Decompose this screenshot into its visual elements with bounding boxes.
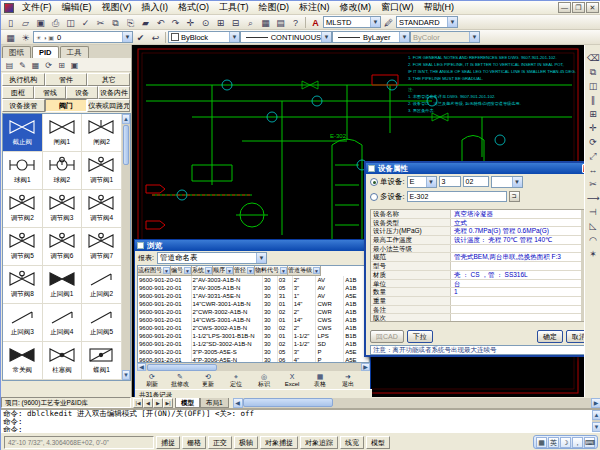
save-icon[interactable]: ▣ [34,16,48,29]
category-button[interactable]: 其它 [87,73,130,86]
palette-item[interactable]: 常关阀 [3,342,43,380]
dialog-titlebar[interactable]: 设备属性 ✕ [366,163,594,174]
system-field[interactable]: 3 [439,176,461,187]
preview-icon[interactable]: ◫ [64,16,78,29]
sheet-tab[interactable]: 布局1 [200,398,229,408]
column-header[interactable]: 管道等级▼ [288,266,321,276]
find-icon[interactable]: ⌕ [244,16,258,29]
ok-button[interactable]: 确定 [537,330,563,343]
browse-hscrollbar[interactable]: ◀ ▶ [137,363,370,371]
table-row[interactable]: 9600-901-20-01 1"AV-3031-A5E-N 30 31 1" … [138,292,369,300]
category-button[interactable]: 设备内件 [98,86,130,99]
minimize-button[interactable]: — [558,2,571,13]
property-row[interactable]: 版次 [371,314,581,322]
scroll-down-icon[interactable]: ▼ [592,422,600,432]
status-toggle-button[interactable]: 正交 [208,436,232,449]
scrollbar-thumb[interactable] [123,125,129,165]
chevron-down-icon[interactable]: ▼ [226,267,233,274]
tab-nav-button[interactable]: ◀ [143,398,153,408]
cut-icon[interactable]: ✂ [94,16,108,29]
chevron-down-icon[interactable]: ▼ [205,267,212,274]
menu-item[interactable]: 编辑(E) [57,1,97,14]
browse-titlebar[interactable]: 浏览 [135,240,370,251]
table-button[interactable]: ▦ 表格 [307,373,333,388]
chevron-down-icon[interactable]: ▼ [256,253,266,263]
zoom-previous-icon[interactable]: ⊟ [229,16,243,29]
scroll-right-icon[interactable]: ▶ [591,398,600,408]
device-type-combo[interactable]: E▼ [407,176,437,188]
scroll-up-icon[interactable]: ▲ [592,410,600,420]
category-button[interactable]: 执行机构 [2,73,45,86]
scrollbar-thumb[interactable] [147,364,217,371]
table-row[interactable]: 9600-901-20-01 1-1/2"LPS-3001-B1B-N 30 0… [138,332,369,340]
chevron-down-icon[interactable]: ▼ [280,267,287,274]
sheet-tab[interactable]: 模型 [175,398,200,408]
table-row[interactable]: 9600-901-20-01 4"P-3006-A5E-N 30 06 4" P… [138,356,369,363]
category-button[interactable]: 设备 [66,86,98,99]
palette-tab[interactable]: 图纸 [2,46,31,58]
trim-icon[interactable]: ✂ [586,177,600,190]
property-row[interactable]: 最高工作温度 设计温度： 壳程 70℃ 管程 140℃ [371,236,581,245]
scroll-left-icon[interactable]: ◀ [137,363,146,371]
edit-icon[interactable]: ✎ [16,59,29,71]
linetype-combo[interactable]: CONTINUOUS▼ [240,31,332,43]
property-row[interactable]: 设备名称 真空塔冷凝器 [371,210,581,219]
table-row[interactable]: 9600-901-20-01 3"AV-3005-A1B-N 30 05 3" … [138,284,369,292]
status-toggle-button[interactable]: 捕捉 [156,436,180,449]
paste-icon[interactable]: ⎘ [124,16,138,29]
ime-input-icon[interactable]: ▦ [536,437,547,448]
column-header[interactable]: 物料代号▼ [255,266,288,276]
palette-item[interactable]: 调节阀1 [82,152,122,190]
layer-previous-icon[interactable]: ↩ [149,31,163,44]
property-row[interactable]: 材质 壳 ： CS ，管 ： SS316L [371,271,581,280]
palette-item[interactable]: 调节阀7 [82,228,122,266]
command-scrollbar[interactable]: ▲ ▼ [592,410,600,432]
table-row[interactable]: 9600-901-20-01 2"CWS-3002-A1B-N 30 02 2"… [138,324,369,332]
pan-icon[interactable]: ✛ [184,16,198,29]
palette-item[interactable]: 止回阀4 [43,304,83,342]
list-icon[interactable]: ▤ [3,59,16,71]
menu-item[interactable]: 视图(V) [97,1,137,14]
property-row[interactable]: 备注 [371,306,581,315]
layer-manager-icon[interactable]: ▦ [4,31,18,44]
palette-item[interactable]: 球阀2 [43,152,83,190]
fillet-icon[interactable]: ◠ [586,233,600,246]
palette-item[interactable]: 调节阀3 [43,190,83,228]
palette-item[interactable]: 止回阀1 [43,266,83,304]
status-toggle-button[interactable]: 线宽 [340,436,364,449]
column-header[interactable]: 流程图号▼ [138,266,171,276]
scroll-down-icon[interactable]: ▼ [122,370,130,380]
palette-item[interactable]: 调节阀4 [82,190,122,228]
property-row[interactable]: 设备类型 立式 [371,219,581,228]
layer-states-icon[interactable]: ☀ [19,31,33,44]
tab-nav-button[interactable]: ▶| [163,398,173,408]
chevron-down-icon[interactable]: ▼ [122,32,132,42]
table-row[interactable]: 9600-901-20-01 14"CWR-3001-A1B-N 30 01 1… [138,300,369,308]
ime-lang-icon[interactable]: 英 [548,437,559,448]
palette-item[interactable]: 柱塞阀 [43,342,83,380]
scroll-right-icon[interactable]: ▶ [361,363,370,371]
browse-ellipsis-button[interactable]: ⊐ [509,191,520,202]
tab-nav-button[interactable]: ▶ [153,398,163,408]
menu-item[interactable]: 文件(F) [17,1,57,14]
table-row[interactable]: 9600-901-20-01 14"CWS-3001-A1B-N 30 01 1… [138,316,369,324]
new-icon[interactable]: ▯ [4,16,18,29]
zoom-window-icon[interactable]: ⊞ [214,16,228,29]
make-layer-current-icon[interactable]: ✔ [134,31,148,44]
open-icon[interactable]: ▱ [19,16,33,29]
property-row[interactable]: 型号 [371,262,581,271]
scroll-up-icon[interactable]: ▲ [122,114,130,124]
chevron-down-icon[interactable]: ▼ [447,17,457,27]
palette-item[interactable]: 调节阀6 [43,228,83,266]
menu-item[interactable]: 修改(M) [335,1,377,14]
match-properties-icon[interactable]: ▰ [139,16,153,29]
zoom-realtime-icon[interactable]: ⊙ [199,16,213,29]
status-toggle-button[interactable]: 极轴 [234,436,258,449]
category-button[interactable]: 设备接管 [2,99,45,112]
break-icon[interactable]: ⊣ [586,205,600,218]
palette-item[interactable]: 调节阀2 [3,190,43,228]
erase-icon[interactable]: ⌫ [586,51,600,64]
ime-punct-icon[interactable]: ， [572,437,583,448]
scroll-left-icon[interactable]: ◀ [233,398,243,408]
spelling-icon[interactable]: ✓ [79,16,93,29]
